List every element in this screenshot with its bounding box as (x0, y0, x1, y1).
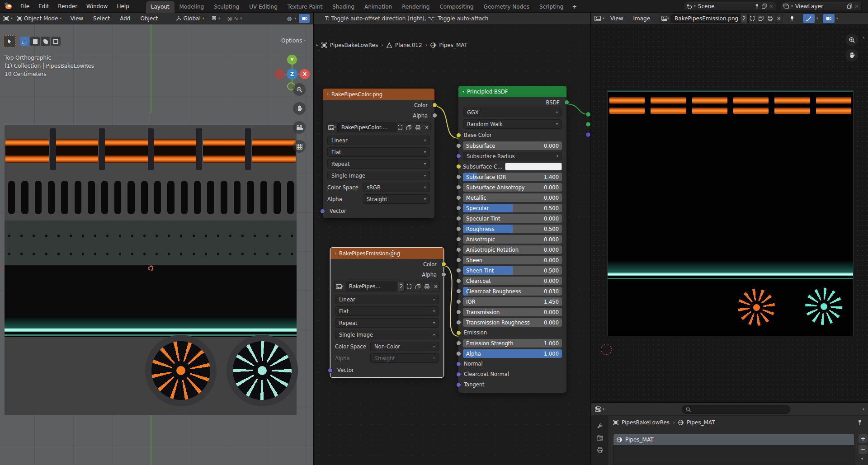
breadcrumb-object[interactable]: PipesBakeLowRes (622, 419, 670, 426)
image-name-field[interactable]: BakePipesEmission.png (671, 14, 740, 23)
projection-dropdown[interactable]: Flat▾ (327, 147, 430, 157)
scene-name[interactable]: Scene (698, 3, 752, 9)
tab-rendering[interactable]: Rendering (397, 1, 434, 13)
fake-user-shield-icon[interactable] (396, 122, 404, 132)
collapse-node-icon[interactable]: ▾ (335, 252, 336, 255)
socket-color-out[interactable] (441, 262, 446, 267)
collapse-node-icon[interactable]: ▾ (327, 93, 329, 96)
shading-mode-button[interactable] (299, 14, 310, 23)
socket-clearcoat-roughness[interactable] (456, 289, 461, 294)
menu-view[interactable]: View (606, 14, 627, 23)
mode-dropdown[interactable]: Object Mode▾ (14, 14, 65, 23)
pin-icon[interactable] (857, 419, 863, 425)
slider-anisotropic-rotation[interactable]: Anisotropic Rotation0.000 (463, 245, 562, 254)
chevron-down-icon[interactable]: ▾ (836, 17, 838, 20)
node-canvas[interactable]: ▾ PipesBakeLowRes › Plane.012 › Pipes_MA… (314, 24, 590, 465)
socket-alpha[interactable] (456, 351, 461, 356)
socket-clearcoat[interactable] (456, 278, 461, 283)
tab-uv-editing[interactable]: UV Editing (244, 1, 283, 13)
slider-subsurface-ior[interactable]: Subsurface IOR1.400 (463, 173, 562, 181)
tab-layout[interactable]: Layout (146, 1, 175, 13)
pack-image-icon[interactable] (423, 282, 431, 291)
socket-base-color[interactable] (456, 133, 461, 138)
socket-sheen[interactable] (456, 258, 461, 263)
socket-subsurface-radius[interactable] (456, 154, 461, 159)
socket-alpha-out[interactable] (441, 272, 446, 277)
pan-hand-button[interactable] (845, 49, 858, 61)
menu-edit[interactable]: Edit (34, 2, 53, 11)
image-canvas[interactable]: ‹ (591, 24, 868, 402)
socket-emission[interactable] (456, 330, 461, 335)
collapse-node-icon[interactable]: ▾ (462, 90, 464, 94)
alpha-mode-dropdown[interactable]: Straight▾ (363, 194, 430, 204)
tab-tool-icon[interactable] (597, 423, 603, 429)
chevron-down-icon[interactable]: ▾ (863, 408, 864, 411)
socket-specular-tint[interactable] (456, 216, 461, 221)
color-space-dropdown[interactable]: Non-Color▾ (370, 342, 439, 351)
source-dropdown[interactable]: Single Image▾ (335, 330, 439, 339)
unlink-image-icon[interactable]: × (775, 14, 783, 23)
blender-logo-icon[interactable] (5, 2, 13, 10)
image-browse-button[interactable]: ▾ (326, 122, 338, 132)
zoom-button[interactable] (845, 33, 858, 46)
tab-sculpting[interactable]: Sculpting (209, 1, 244, 13)
slider-roughness[interactable]: Roughness0.500 (463, 225, 562, 233)
slider-clearcoat-roughness[interactable]: Clearcoat Roughness0.030 (463, 287, 562, 296)
properties-search-field[interactable] (682, 405, 790, 414)
unlink-image-icon[interactable]: × (423, 122, 431, 132)
socket-anisotropic[interactable] (456, 237, 461, 242)
socket-normal[interactable] (456, 362, 461, 366)
gizmo-axis-x-neg[interactable] (274, 69, 284, 79)
socket-bsdf-out[interactable] (564, 100, 569, 105)
projection-dropdown[interactable]: Flat▾ (335, 306, 439, 316)
zoom-button[interactable] (293, 83, 306, 96)
socket-transmission[interactable] (456, 310, 461, 315)
gizmo-axis-z[interactable]: Z (287, 69, 297, 80)
distribution-dropdown[interactable]: GGX▾ (463, 108, 562, 117)
socket-subsurface-ior[interactable] (456, 174, 461, 179)
slider-clearcoat[interactable]: Clearcoat0.000 (463, 277, 562, 285)
tab-animation[interactable]: Animation (359, 1, 397, 13)
socket-sheen-tint[interactable] (456, 268, 461, 273)
slider-ior[interactable]: IOR1.450 (463, 297, 562, 306)
menu-select[interactable]: Select (89, 14, 114, 23)
slider-emission-strength[interactable]: Emission Strength1.000 (463, 339, 562, 348)
menu-file[interactable]: File (16, 2, 33, 11)
editor-type-icon[interactable] (594, 16, 601, 21)
pack-image-icon[interactable] (414, 122, 422, 132)
orientation-dropdown[interactable]: Global▾ (174, 14, 207, 23)
select-mode-tweak-button[interactable] (20, 37, 29, 46)
image-browse-button[interactable]: ▾ (660, 14, 671, 23)
overlays-toggle[interactable] (823, 14, 835, 23)
socket-metallic[interactable] (456, 195, 461, 200)
interpolation-dropdown[interactable]: Linear▾ (335, 295, 439, 304)
image-name-field[interactable]: BakePipes... (346, 282, 397, 291)
subsurface-method-dropdown[interactable]: Random Walk▾ (463, 119, 562, 129)
tab-render-icon[interactable] (597, 435, 603, 441)
menu-add[interactable]: Add (116, 14, 134, 23)
slider-sheen[interactable]: Sheen0.000 (463, 256, 562, 264)
sidebar-collapse-icon[interactable]: ‹ (863, 34, 865, 41)
fake-user-shield-icon[interactable] (748, 14, 756, 23)
slider-specular-tint[interactable]: Specular Tint0.000 (463, 214, 562, 223)
new-scene-icon[interactable] (762, 4, 767, 9)
socket-anisotropic-rotation[interactable] (456, 247, 461, 252)
menu-render[interactable]: Render (54, 2, 81, 11)
tab-output-icon[interactable] (597, 447, 603, 453)
scene-selector[interactable]: ▾ Scene × (684, 2, 776, 11)
menu-view[interactable]: View (66, 14, 87, 23)
view-layer-name[interactable]: ViewLayer (795, 3, 845, 9)
editor-type-icon[interactable] (3, 16, 9, 21)
dropdown-subsurface-radius[interactable]: Subsurface Radius▾ (463, 152, 562, 160)
select-mode-box-button[interactable] (30, 37, 40, 46)
toggle-grid-button[interactable] (293, 140, 306, 153)
menu-object[interactable]: Object (136, 14, 162, 23)
active-tool-select-button[interactable] (4, 35, 16, 47)
tab-shading[interactable]: Shading (327, 1, 359, 13)
navigation-gizmo[interactable]: Y X Z (274, 54, 310, 90)
slider-metallic[interactable]: Metallic0.000 (463, 193, 562, 202)
pin-icon[interactable] (789, 16, 795, 21)
tab-scripting[interactable]: Scripting (534, 1, 568, 13)
slider-anisotropic[interactable]: Anisotropic0.000 (463, 235, 562, 244)
collapse-icon[interactable]: ▾ (316, 44, 319, 46)
